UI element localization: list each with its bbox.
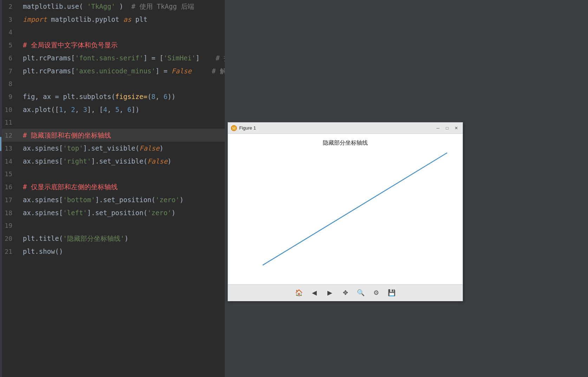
figure-toolbar: 🏠 ◀ ▶ ✥ 🔍 ⚙ 💾 xyxy=(228,284,463,301)
code-line-8: 8 xyxy=(0,78,225,90)
line-content: ax.spines['right'].set_visible(False) xyxy=(19,155,171,167)
save-button[interactable]: 💾 xyxy=(385,286,398,299)
zoom-button[interactable]: 🔍 xyxy=(354,286,367,299)
line-number: 16 xyxy=(0,181,19,193)
line-number: 5 xyxy=(0,39,19,52)
code-line-17: 17ax.spines['bottom'].set_position('zero… xyxy=(0,193,225,206)
code-line-16: 16# 仅显示底部和左侧的坐标轴线 xyxy=(0,180,225,193)
code-line-21: 21plt.show() xyxy=(0,245,225,258)
code-line-7: 7plt.rcParams['axes.unicode_minus'] = Fa… xyxy=(0,65,225,78)
line-content: matplotlib.use( 'TkAgg' ) # 使用 TkAgg 后端 xyxy=(19,0,194,13)
pan-button[interactable]: ✥ xyxy=(339,286,352,299)
line-number: 21 xyxy=(0,245,19,258)
svg-text:M: M xyxy=(233,126,236,130)
back-button[interactable]: ◀ xyxy=(308,286,321,299)
code-line-10: 10ax.plot([1, 2, 3], [4, 5, 6]) xyxy=(0,103,225,116)
line-number: 2 xyxy=(0,0,19,13)
line-number: 6 xyxy=(0,52,19,65)
maximize-button[interactable]: □ xyxy=(444,125,451,132)
line-number: 8 xyxy=(0,78,19,90)
line-number: 17 xyxy=(0,194,19,206)
line-number: 3 xyxy=(0,13,19,26)
line-number: 4 xyxy=(0,26,19,39)
line-content: plt.title('隐藏部分坐标轴线') xyxy=(19,232,129,245)
plot-title: 隐藏部分坐标轴线 xyxy=(323,139,368,147)
code-line-13: 13ax.spines['top'].set_visible(False) xyxy=(0,142,225,155)
code-line-11: 11 xyxy=(0,116,225,129)
code-line-15: 15 xyxy=(0,168,225,180)
line-content: ax.plot([1, 2, 3], [4, 5, 6]) xyxy=(19,103,139,116)
code-line-14: 14ax.spines['right'].set_visible(False) xyxy=(0,155,225,168)
line-number: 18 xyxy=(0,207,19,219)
line-number: 9 xyxy=(0,91,19,103)
line-number: 15 xyxy=(0,168,19,180)
line-content: ax.spines['left'].set_position('zero') xyxy=(19,206,176,219)
code-line-4: 4 xyxy=(0,26,225,39)
minimize-button[interactable]: ─ xyxy=(435,125,442,132)
code-line-2: 2matplotlib.use( 'TkAgg' ) # 使用 TkAgg 后端 xyxy=(0,0,225,13)
line-content: plt.show() xyxy=(19,245,63,258)
figure-canvas: 隐藏部分坐标轴线 xyxy=(228,134,463,284)
line-content: # 全局设置中文字体和负号显示 xyxy=(19,39,118,51)
figure-title: Figure 1 xyxy=(239,125,435,131)
close-button[interactable]: ✕ xyxy=(453,125,460,132)
line-content: ax.spines['bottom'].set_position('zero') xyxy=(19,193,184,206)
line-number: 11 xyxy=(0,116,19,129)
home-button[interactable]: 🏠 xyxy=(293,286,305,299)
code-line-18: 18ax.spines['left'].set_position('zero') xyxy=(0,206,225,219)
line-number: 14 xyxy=(0,155,19,168)
code-line-3: 3import matplotlib.pyplot as plt xyxy=(0,13,225,26)
line-number: 13 xyxy=(0,142,19,155)
code-line-6: 6plt.rcParams['font.sans-serif'] = ['Sim… xyxy=(0,52,225,65)
plot-svg xyxy=(228,134,463,284)
line-number: 12 xyxy=(0,129,19,142)
left-sidebar xyxy=(0,0,2,377)
line-content: # 仅显示底部和左侧的坐标轴线 xyxy=(19,180,118,193)
figure-controls: ─ □ ✕ xyxy=(435,125,460,132)
matplotlib-icon: M xyxy=(231,125,237,131)
line-content: ax.spines['top'].set_visible(False) xyxy=(19,142,163,154)
forward-button[interactable]: ▶ xyxy=(324,286,336,299)
line-content: import matplotlib.pyplot as plt xyxy=(19,13,148,26)
line-number: 10 xyxy=(0,104,19,116)
code-line-5: 5# 全局设置中文字体和负号显示 xyxy=(0,39,225,52)
configure-button[interactable]: ⚙ xyxy=(370,286,383,299)
code-line-19: 19 xyxy=(0,219,225,232)
line-number: 19 xyxy=(0,219,19,232)
code-line-9: 9fig, ax = plt.subplots(figsize=(8, 6)) xyxy=(0,90,225,103)
code-line-12: 12# 隐藏顶部和右侧的坐标轴线 xyxy=(0,129,225,142)
line-indicator xyxy=(0,137,1,151)
right-area: M Figure 1 ─ □ ✕ 隐藏部分坐标轴线 🏠 ◀ ▶ ✥ 🔍 ⚙ xyxy=(225,0,588,377)
line-content: fig, ax = plt.subplots(figsize=(8, 6)) xyxy=(19,90,176,103)
code-line-20: 20plt.title('隐藏部分坐标轴线') xyxy=(0,232,225,245)
line-content: # 隐藏顶部和右侧的坐标轴线 xyxy=(19,129,111,141)
figure-titlebar: M Figure 1 ─ □ ✕ xyxy=(228,123,463,134)
line-number: 20 xyxy=(0,232,19,245)
svg-line-2 xyxy=(263,153,447,265)
line-number: 7 xyxy=(0,65,19,78)
code-editor[interactable]: 2matplotlib.use( 'TkAgg' ) # 使用 TkAgg 后端… xyxy=(0,0,225,377)
code-lines: 2matplotlib.use( 'TkAgg' ) # 使用 TkAgg 后端… xyxy=(0,0,225,258)
figure-window[interactable]: M Figure 1 ─ □ ✕ 隐藏部分坐标轴线 🏠 ◀ ▶ ✥ 🔍 ⚙ xyxy=(228,122,463,301)
